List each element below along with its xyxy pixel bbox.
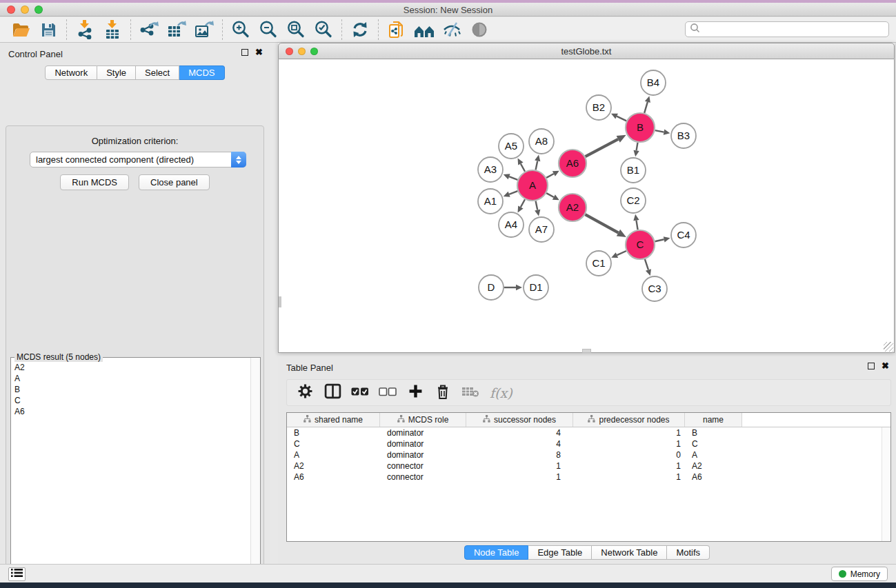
column-header-predecessor-nodes[interactable]: predecessor nodes [573,413,685,427]
tab-network[interactable]: Network [45,65,97,80]
graph-edge-A-A4[interactable] [518,199,525,212]
table-row[interactable]: Bdominator41B [287,427,890,438]
tab-mcds[interactable]: MCDS [179,65,224,80]
graph-edge-C-C3[interactable] [645,259,651,276]
table-cell[interactable]: 1 [466,472,573,482]
table-cell[interactable]: 4 [466,428,573,438]
table-cell[interactable]: B [685,428,742,438]
table-cell[interactable]: connector [380,461,466,471]
export-table-button[interactable] [163,18,190,41]
window-resize-grip[interactable] [884,342,893,352]
zoom-in-button[interactable] [227,18,255,41]
graph-node-C[interactable]: C [626,230,655,259]
table-cell[interactable]: 1 [466,461,573,471]
table-cell[interactable]: 4 [466,439,573,449]
graph-edge-A6-B[interactable] [586,135,626,156]
add-column-button[interactable] [403,381,428,405]
zoom-fit-button[interactable] [282,18,310,41]
table-cell[interactable]: dominator [380,450,466,460]
table-cell[interactable]: B [287,428,380,438]
export-network-button[interactable] [135,18,163,41]
column-header-shared-name[interactable]: shared name [287,413,380,427]
tab-edge-table[interactable]: Edge Table [528,545,592,560]
table-cell[interactable]: A [685,450,742,460]
graph-edge-A2-C[interactable] [585,214,626,237]
table-row[interactable]: A2connector11A2 [287,460,890,472]
table-cell[interactable]: 1 [573,428,685,438]
refresh-layout-button[interactable] [346,18,374,41]
table-cell[interactable]: A2 [685,461,742,471]
table-row[interactable]: Adominator80A [287,449,890,460]
close-panel-button[interactable]: Close panel [139,174,210,190]
graph-node-C3[interactable]: C3 [642,276,667,301]
table-cell[interactable]: A6 [287,472,380,482]
graph-node-D1[interactable]: D1 [524,275,548,300]
graph-node-A3[interactable]: A3 [478,157,503,182]
import-table-button[interactable] [99,18,126,41]
graph-node-A2[interactable]: A2 [559,194,586,221]
graph-node-C2[interactable]: C2 [621,188,646,213]
export-image-button[interactable] [190,18,218,41]
table-cell[interactable]: 1 [573,461,685,471]
graph-node-A8[interactable]: A8 [529,129,554,154]
graph-node-B4[interactable]: B4 [641,70,666,95]
graph-edge-D-D1[interactable] [504,285,522,290]
float-panel-icon[interactable] [241,49,248,56]
graph-edge-B-B4[interactable] [644,96,650,113]
table-cell[interactable]: C [287,439,380,449]
mcds-result-item[interactable]: A [14,373,250,384]
graph-edge-A-A8[interactable] [535,155,540,170]
table-settings-button[interactable] [292,381,317,405]
network-overview-button[interactable] [383,18,410,41]
table-cell[interactable]: 1 [573,472,685,482]
table-cell[interactable]: A2 [287,461,380,471]
home-neighbors-button[interactable] [410,18,438,41]
column-header-name[interactable]: name [685,413,742,427]
column-header-successor-nodes[interactable]: successor nodes [466,413,573,427]
graph-node-A6[interactable]: A6 [559,150,586,177]
run-mcds-button[interactable]: Run MCDS [60,174,129,190]
table-cell[interactable]: 8 [466,450,573,460]
tab-network-table[interactable]: Network Table [592,545,667,560]
hide-selected-button[interactable] [438,18,466,41]
graph-node-B[interactable]: B [626,113,655,142]
show-graphics-button[interactable] [466,18,493,41]
graph-node-A5[interactable]: A5 [499,134,524,159]
graph-node-D[interactable]: D [479,275,504,300]
tab-select[interactable]: Select [136,65,179,80]
graph-edge-B-B1[interactable] [633,143,639,157]
search-input[interactable] [700,23,884,36]
graph-node-C1[interactable]: C1 [586,251,611,276]
graph-edge-A-A3[interactable] [504,174,518,180]
select-all-button[interactable] [348,381,372,405]
zoom-selected-button[interactable] [310,18,337,41]
graph-node-A4[interactable]: A4 [499,212,524,237]
mcds-result-item[interactable]: B [14,384,250,395]
graph-node-A7[interactable]: A7 [529,217,554,242]
graph-edge-C-C4[interactable] [655,236,670,242]
table-cell[interactable]: A [287,450,380,460]
graph-node-B2[interactable]: B2 [586,95,611,120]
network-canvas[interactable]: B4B2BB3A5A8A6A3B1AA1C2A2A4A7C4CC1C3DD1 [278,59,895,353]
tab-motifs[interactable]: Motifs [667,545,710,560]
graph-node-B1[interactable]: B1 [621,158,646,183]
graph-edge-A-A5[interactable] [518,159,525,172]
graph-edge-A-A7[interactable] [535,201,540,216]
graph-edge-A-A6[interactable] [546,171,559,178]
graph-node-A[interactable]: A [517,170,548,201]
table-cell[interactable]: dominator [380,428,466,438]
task-history-button[interactable] [8,567,26,581]
zoom-out-button[interactable] [255,18,282,41]
graph-edge-C-C2[interactable] [633,214,639,230]
table-cell[interactable]: dominator [380,439,466,449]
canvas-scrollbar-thumb[interactable] [279,296,281,307]
table-row[interactable]: A6connector11A6 [287,472,890,483]
float-table-panel-icon[interactable] [868,363,875,369]
mcds-result-item[interactable]: C [14,395,250,406]
deselect-all-button[interactable] [375,381,400,405]
graph-edge-A-A2[interactable] [546,193,559,200]
tab-style[interactable]: Style [97,65,136,80]
close-panel-icon[interactable]: ✖ [255,49,263,56]
mcds-result-item[interactable]: A2 [14,362,250,373]
graph-edge-C-C1[interactable] [611,251,626,258]
